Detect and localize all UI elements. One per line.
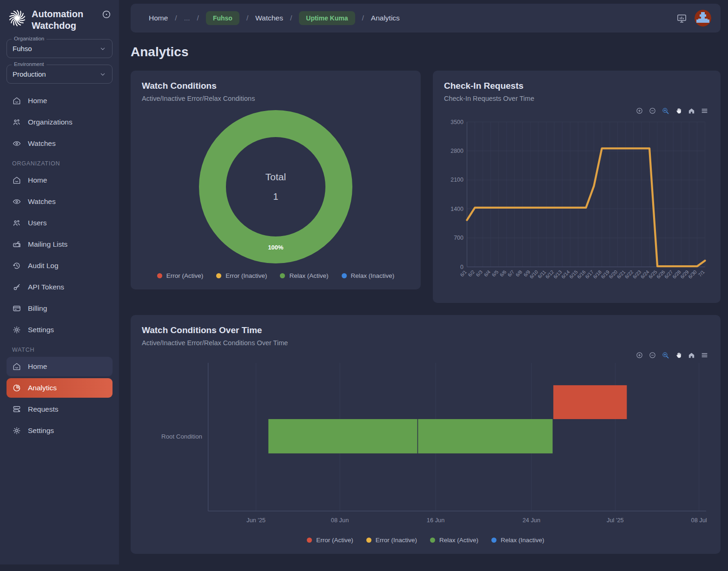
reset-zoom-icon[interactable]	[688, 351, 695, 359]
legend-item[interactable]: Error (Inactive)	[216, 272, 267, 279]
check-in-requests-line-chart[interactable]: 070014002100280035006/16/26/36/46/56/66/…	[444, 116, 709, 293]
svg-text:6/3: 6/3	[475, 269, 483, 277]
svg-text:Total: Total	[265, 171, 286, 182]
sidebar-item-label: Home	[28, 176, 47, 184]
zoom-out-icon[interactable]	[649, 351, 656, 359]
pan-icon[interactable]	[675, 351, 682, 359]
home-icon	[12, 96, 21, 105]
svg-text:6/28: 6/28	[672, 269, 682, 279]
zoom-out-icon[interactable]	[649, 107, 656, 115]
check-in-requests-card: Check-In Requests Check-In Requests Over…	[433, 71, 721, 303]
sidebar-item-settings[interactable]: Settings	[7, 320, 113, 340]
legend-item[interactable]: Relax (Active)	[430, 537, 478, 544]
gear-icon	[12, 325, 21, 335]
monitor-icon[interactable]	[676, 13, 687, 24]
reset-zoom-icon[interactable]	[688, 107, 695, 115]
breadcrumb-item-watches[interactable]: Watches	[255, 14, 283, 22]
sidebar-item-users[interactable]: Users	[7, 213, 113, 233]
svg-text:6/24: 6/24	[640, 269, 650, 279]
legend-label: Relax (Inactive)	[351, 272, 395, 279]
menu-icon[interactable]	[701, 351, 708, 359]
legend-label: Relax (Active)	[439, 537, 478, 544]
breadcrumb: Home/.../Fuhso/Watches/Uptime Kuma/Analy…	[149, 11, 676, 25]
svg-text:700: 700	[454, 235, 463, 241]
menu-icon[interactable]	[701, 107, 708, 115]
section-label-watch: WATCH	[7, 341, 113, 356]
svg-text:6/8: 6/8	[515, 269, 523, 277]
sidebar-item-label: Settings	[28, 326, 54, 334]
legend-dot	[280, 273, 285, 278]
zoom-in-icon[interactable]	[635, 351, 643, 359]
svg-text:6/30: 6/30	[688, 269, 698, 279]
legend-item[interactable]: Relax (Inactive)	[491, 537, 544, 544]
breadcrumb-item-uptime-kuma[interactable]: Uptime Kuma	[299, 11, 355, 25]
zoom-in-icon[interactable]	[635, 107, 643, 115]
svg-text:Root Condition: Root Condition	[161, 433, 202, 440]
svg-text:16 Jun: 16 Jun	[427, 516, 444, 523]
sidebar-item-watches[interactable]: Watches	[7, 192, 113, 211]
svg-text:6/27: 6/27	[663, 269, 674, 279]
sidebar-collapse-button[interactable]	[101, 9, 112, 20]
legend-dot	[307, 538, 312, 543]
breadcrumb-item-analytics[interactable]: Analytics	[371, 14, 400, 22]
chart-toolbar	[142, 351, 708, 359]
svg-text:6/12: 6/12	[544, 269, 555, 279]
svg-text:08 Jun: 08 Jun	[331, 516, 349, 523]
legend-dot	[157, 273, 162, 278]
svg-text:6/14: 6/14	[561, 269, 571, 279]
legend-item[interactable]: Relax (Inactive)	[342, 272, 395, 279]
svg-text:6/1: 6/1	[459, 269, 468, 277]
eye-icon	[12, 139, 21, 148]
sidebar-item-organizations[interactable]: Organizations	[7, 112, 113, 132]
legend-item[interactable]: Error (Active)	[157, 272, 204, 279]
organization-select-value: Fuhso	[13, 45, 99, 53]
donut-legend: Error (Active)Error (Inactive)Relax (Act…	[142, 272, 410, 279]
gear-icon	[12, 426, 21, 435]
breadcrumb-separator: /	[290, 14, 292, 22]
pan-icon[interactable]	[675, 107, 682, 115]
svg-text:6/22: 6/22	[624, 269, 634, 279]
people-icon	[12, 118, 21, 127]
breadcrumb-item--[interactable]: ...	[184, 14, 190, 22]
organization-select[interactable]: Organization Fuhso	[7, 39, 113, 58]
breadcrumb-separator: /	[362, 14, 364, 22]
watch-conditions-timeline-chart[interactable]: Jun '2508 Jun16 Jun24 JunJul '2508 JulRo…	[142, 360, 709, 528]
legend-item[interactable]: Error (Active)	[307, 537, 353, 544]
sidebar: Automation Watchdog Organization Fuhso E…	[0, 0, 119, 564]
watch-conditions-donut-chart: Total1100%	[142, 110, 410, 264]
legend-dot	[491, 538, 496, 543]
sidebar-item-requests[interactable]: Requests	[7, 400, 113, 419]
avatar[interactable]	[695, 10, 711, 26]
breadcrumb-bar: Home/.../Fuhso/Watches/Uptime Kuma/Analy…	[131, 4, 721, 33]
sidebar-item-analytics[interactable]: Analytics	[7, 378, 113, 398]
sidebar-item-billing[interactable]: Billing	[7, 299, 113, 318]
eye-icon	[12, 197, 21, 206]
sidebar-item-watches[interactable]: Watches	[7, 134, 113, 153]
sidebar-item-label: Watches	[28, 139, 56, 148]
sidebar-item-home[interactable]: Home	[7, 357, 113, 376]
environment-select[interactable]: Environment Production	[7, 65, 113, 84]
key-icon	[12, 282, 21, 292]
legend-label: Error (Inactive)	[225, 272, 267, 279]
breadcrumb-separator: /	[175, 14, 177, 22]
svg-text:08 Jul: 08 Jul	[691, 516, 707, 523]
sidebar-item-audit-log[interactable]: Audit Log	[7, 256, 113, 276]
sidebar-item-home[interactable]: Home	[7, 91, 113, 111]
selection-zoom-icon[interactable]	[662, 351, 669, 359]
sidebar-item-api-tokens[interactable]: API Tokens	[7, 277, 113, 297]
home-icon	[12, 362, 21, 371]
selection-zoom-icon[interactable]	[662, 107, 669, 115]
breadcrumb-item-fuhso[interactable]: Fuhso	[206, 11, 239, 25]
legend-item[interactable]: Relax (Active)	[280, 272, 328, 279]
sidebar-item-home[interactable]: Home	[7, 171, 113, 190]
sidebar-item-label: Settings	[28, 427, 54, 435]
svg-text:6/23: 6/23	[632, 269, 642, 279]
legend-dot	[216, 273, 221, 278]
legend-item[interactable]: Error (Inactive)	[366, 537, 417, 544]
sidebar-item-mailing-lists[interactable]: Mailing Lists	[7, 235, 113, 254]
breadcrumb-item-home[interactable]: Home	[149, 14, 168, 22]
sidebar-item-settings[interactable]: Settings	[7, 421, 113, 440]
svg-text:6/4: 6/4	[483, 269, 491, 277]
section-label-organization: ORGANIZATION	[7, 154, 113, 170]
mailbox-icon	[12, 240, 21, 249]
